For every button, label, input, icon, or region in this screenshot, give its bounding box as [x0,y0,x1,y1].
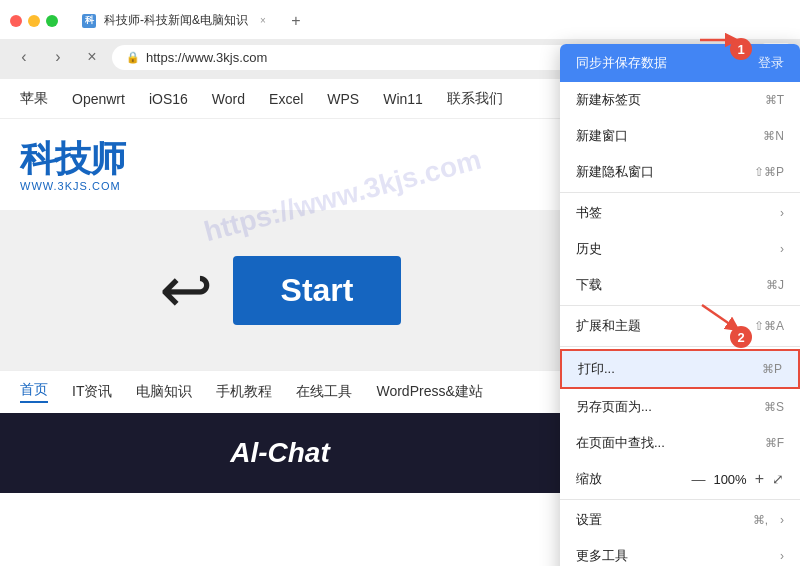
nav-item-word[interactable]: Word [212,91,245,107]
menu-item-print[interactable]: 打印... ⌘P [560,349,800,389]
minimize-traffic-light[interactable] [28,15,40,27]
downloads-label: 下载 [576,276,766,294]
menu-item-bookmarks[interactable]: 书签 › [560,195,800,231]
close-traffic-light[interactable] [10,15,22,27]
new-window-label: 新建窗口 [576,127,763,145]
private-shortcut: ⇧⌘P [754,165,784,179]
nav-item-contact[interactable]: 联系我们 [447,90,503,108]
tab-title: 科技师-科技新闻&电脑知识 [104,12,248,29]
active-tab[interactable]: 科 科技师-科技新闻&电脑知识 × [70,8,278,33]
bookmarks-label: 书签 [576,204,772,222]
browser-menu: 同步并保存数据 登录 新建标签页 ⌘T 新建窗口 ⌘N 新建隐私窗口 ⇧⌘P 书… [560,44,800,566]
bookmarks-arrow: › [780,206,784,220]
new-tab-label: 新建标签页 [576,91,765,109]
footer-image: Al-Chat [0,413,560,493]
settings-shortcut: ⌘, [753,513,768,527]
menu-item-new-window[interactable]: 新建窗口 ⌘N [560,118,800,154]
zoom-minus[interactable]: — [691,471,705,487]
history-label: 历史 [576,240,772,258]
downloads-shortcut: ⌘J [766,278,784,292]
title-bar: 科 科技师-科技新闻&电脑知识 × + [0,0,800,39]
zoom-expand[interactable]: ⤢ [772,471,784,487]
menu-item-downloads[interactable]: 下载 ⌘J [560,267,800,303]
sync-label: 同步并保存数据 [576,54,758,72]
footer-text: Al-Chat [230,437,330,469]
print-shortcut: ⌘P [762,362,782,376]
nav-item-win11[interactable]: Win11 [383,91,423,107]
bottom-nav-mobile[interactable]: 手机教程 [216,383,272,401]
zoom-plus[interactable]: + [755,470,764,488]
menu-item-more-tools[interactable]: 更多工具 › [560,538,800,566]
forward-button[interactable]: › [44,43,72,71]
menu-item-extensions[interactable]: 扩展和主题 ⇧⌘A [560,308,800,344]
logo-area: 科技师 WWW.3KJS.COM [0,119,560,210]
menu-item-save-as[interactable]: 另存页面为... ⌘S [560,389,800,425]
tab-bar: 科 科技师-科技新闻&电脑知识 × + [70,8,790,33]
settings-arrow: › [780,513,784,527]
zoom-label: 缩放 [576,470,691,488]
private-label: 新建隐私窗口 [576,163,754,181]
new-window-shortcut: ⌘N [763,129,784,143]
nav-item-wps[interactable]: WPS [327,91,359,107]
back-button[interactable]: ‹ [10,43,38,71]
menu-item-settings[interactable]: 设置 ⌘, › [560,502,800,538]
nav-item-openwrt[interactable]: Openwrt [72,91,125,107]
menu-item-history[interactable]: 历史 › [560,231,800,267]
more-tools-label: 更多工具 [576,547,772,565]
lock-icon: 🔒 [126,51,140,64]
print-label: 打印... [578,360,762,378]
save-as-shortcut: ⌘S [764,400,784,414]
menu-item-new-tab[interactable]: 新建标签页 ⌘T [560,82,800,118]
settings-label: 设置 [576,511,753,529]
nav-item-ios16[interactable]: iOS16 [149,91,188,107]
extensions-shortcut: ⇧⌘A [754,319,784,333]
menu-item-find-in-page[interactable]: 在页面中查找... ⌘F [560,425,800,461]
traffic-lights [10,15,58,27]
nav-item-apple[interactable]: 苹果 [20,90,48,108]
find-in-page-label: 在页面中查找... [576,434,765,452]
logo[interactable]: 科技师 WWW.3KJS.COM [20,135,125,192]
page-left: 科技师 WWW.3KJS.COM ↪ Start 首页 IT资讯 电脑知识 手机… [0,119,560,519]
bottom-nav-pc[interactable]: 电脑知识 [136,383,192,401]
tab-favicon: 科 [82,14,96,28]
hero-section: ↪ Start [0,210,560,370]
bottom-nav-it[interactable]: IT资讯 [72,383,112,401]
new-tab-shortcut: ⌘T [765,93,784,107]
new-tab-button[interactable]: + [284,9,308,33]
nav-item-excel[interactable]: Excel [269,91,303,107]
bottom-nav-wordpress[interactable]: WordPress&建站 [376,383,482,401]
menu-item-sync[interactable]: 同步并保存数据 登录 [560,44,800,82]
find-in-page-shortcut: ⌘F [765,436,784,450]
logo-text: 科技师 [20,135,125,184]
tab-close-button[interactable]: × [260,15,266,26]
bottom-navigation: 首页 IT资讯 电脑知识 手机教程 在线工具 WordPress&建站 [0,370,560,413]
menu-item-zoom: 缩放 — 100% + ⤢ [560,461,800,497]
maximize-traffic-light[interactable] [46,15,58,27]
menu-item-private[interactable]: 新建隐私窗口 ⇧⌘P [560,154,800,190]
menu-divider-2 [560,305,800,306]
start-button[interactable]: Start [233,256,402,325]
arrow-icon: ↪ [159,253,213,327]
zoom-value: 100% [713,472,746,487]
menu-divider-4 [560,499,800,500]
more-tools-arrow: › [780,549,784,563]
save-as-label: 另存页面为... [576,398,764,416]
menu-divider-3 [560,346,800,347]
refresh-button[interactable]: × [78,43,106,71]
menu-divider-1 [560,192,800,193]
logo-sub: WWW.3KJS.COM [20,180,125,192]
history-arrow: › [780,242,784,256]
bottom-nav-tools[interactable]: 在线工具 [296,383,352,401]
bottom-nav-home[interactable]: 首页 [20,381,48,403]
menu-login-button[interactable]: 登录 [758,54,784,72]
extensions-label: 扩展和主题 [576,317,754,335]
